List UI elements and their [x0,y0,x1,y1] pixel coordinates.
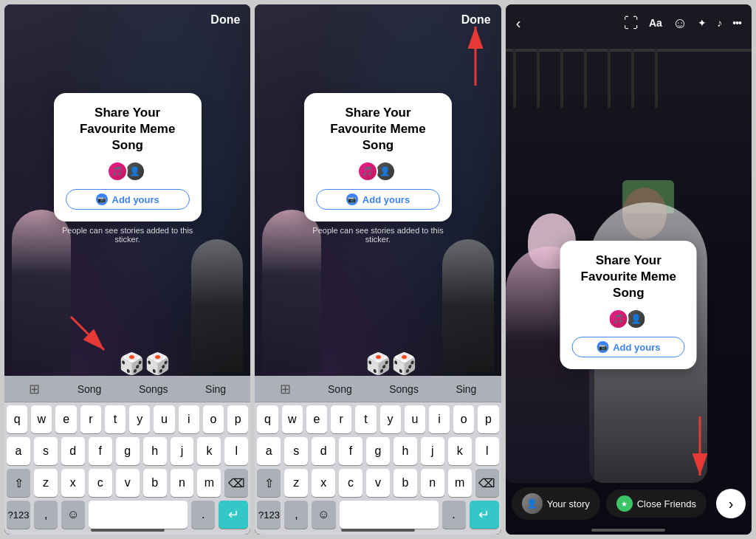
key-b[interactable]: b [143,469,167,497]
key2-u[interactable]: u [405,405,425,433]
suggestion-song-2[interactable]: Song [328,383,352,395]
key-i[interactable]: i [179,405,199,433]
key-comma[interactable]: , [34,501,58,529]
add-yours-button-3[interactable]: 📷 Add yours [572,337,685,357]
key2-return[interactable]: ↵ [470,501,499,529]
key-j[interactable]: j [171,437,194,465]
key-shift[interactable]: ⇧ [7,469,30,497]
story-avatar-icon: 👤 [522,493,543,514]
key2-numbers[interactable]: ?123 [257,501,281,529]
sparkle-icon-3[interactable]: ✦ [698,17,707,29]
music-icon-3[interactable]: ♪ [717,17,722,29]
key2-o[interactable]: o [453,405,474,433]
key2-j[interactable]: j [421,437,444,465]
key-g[interactable]: g [116,437,140,465]
key2-e[interactable]: e [306,405,327,433]
more-icon-3[interactable]: ••• [732,17,741,29]
key2-m[interactable]: m [448,469,472,497]
key-u[interactable]: u [154,405,174,433]
key-s[interactable]: s [34,437,58,465]
key-space[interactable] [89,501,188,529]
key-c[interactable]: c [89,469,112,497]
camera-icon-3: 📷 [597,341,608,353]
key2-v[interactable]: v [366,469,390,497]
home-indicator-3 [591,529,665,532]
key2-shift[interactable]: ⇧ [257,469,281,497]
key2-q[interactable]: q [257,405,278,433]
key2-c[interactable]: c [339,469,362,497]
key-y[interactable]: y [129,405,150,433]
text-icon-3[interactable]: Aa [649,17,662,29]
key-row-2: a s d f g h j k l [7,437,248,465]
key-l[interactable]: l [224,437,248,465]
top-icons-right-3: ⛶ Aa ☺ ✦ ♪ ••• [624,15,741,32]
key2-x[interactable]: x [312,469,335,497]
key-k[interactable]: k [197,437,221,465]
close-friends-star-icon: ★ [616,495,633,512]
key2-comma[interactable]: , [284,501,308,529]
key2-h[interactable]: h [394,437,417,465]
done-button-1[interactable]: Done [210,13,240,27]
key-t[interactable]: t [105,405,126,433]
key2-d[interactable]: d [312,437,335,465]
key2-space[interactable] [340,501,439,529]
key2-l[interactable]: l [475,437,499,465]
keyboard-rows-2: q w e r t y u i o p a s d f g h [255,402,501,534]
key2-s[interactable]: s [284,437,308,465]
key-o[interactable]: o [203,405,224,433]
key-a[interactable]: a [7,437,30,465]
key2-b[interactable]: b [394,469,417,497]
camera-icon-1: 📷 [96,193,108,205]
key2-n[interactable]: n [421,469,444,497]
key-r[interactable]: r [80,405,101,433]
key-return[interactable]: ↵ [219,501,248,529]
your-story-button[interactable]: 👤 Your story [512,487,600,520]
avatar-pink-2: 🎵 [357,161,378,182]
suggestion-songs-1[interactable]: Songs [139,383,168,395]
key-f[interactable]: f [89,437,112,465]
key-x[interactable]: x [61,469,85,497]
key2-a[interactable]: a [257,437,281,465]
key2-z[interactable]: z [284,469,308,497]
suggestion-songs-2[interactable]: Songs [389,383,419,395]
key-e[interactable]: e [55,405,76,433]
suggestion-sing-1[interactable]: Sing [205,383,226,395]
key2-g[interactable]: g [366,437,390,465]
key-w[interactable]: w [31,405,52,433]
key2-p[interactable]: p [478,405,498,433]
key2-i[interactable]: i [429,405,450,433]
key-v[interactable]: v [116,469,140,497]
key2-k[interactable]: k [448,437,472,465]
key-period[interactable]: . [191,501,215,529]
next-button[interactable]: › [716,489,746,518]
key-h[interactable]: h [143,437,167,465]
key-d[interactable]: d [61,437,85,465]
suggestion-sing-2[interactable]: Sing [456,383,476,395]
expand-icon-3[interactable]: ⛶ [624,15,639,32]
key-m[interactable]: m [197,469,221,497]
sticker-tooltip-1: People can see stories added to this sti… [54,226,202,244]
key-numbers[interactable]: ?123 [7,501,30,529]
back-icon-3[interactable]: ‹ [516,15,521,32]
close-friends-button[interactable]: ★ Close Friends [606,490,707,518]
key-n[interactable]: n [171,469,194,497]
key2-emoji[interactable]: ☺ [312,501,335,529]
key-emoji[interactable]: ☺ [61,501,85,529]
key2-backspace[interactable]: ⌫ [475,469,499,497]
key2-r[interactable]: r [331,405,351,433]
key2-w[interactable]: w [282,405,303,433]
key2-f[interactable]: f [339,437,362,465]
key-z[interactable]: z [34,469,58,497]
key2-t[interactable]: t [355,405,376,433]
key2-period[interactable]: . [442,501,466,529]
done-button-2[interactable]: Done [461,13,491,27]
keyboard-suggestions-2: ⊞ Song Songs Sing [255,376,501,402]
key-q[interactable]: q [7,405,27,433]
add-yours-button-2[interactable]: 📷 Add yours [316,189,440,210]
face-icon-3[interactable]: ☺ [673,15,687,32]
add-yours-button-1[interactable]: 📷 Add yours [66,189,190,210]
key2-y[interactable]: y [380,405,401,433]
key-backspace[interactable]: ⌫ [224,469,248,497]
suggestion-song-1[interactable]: Song [78,383,102,395]
key-p[interactable]: p [227,405,248,433]
